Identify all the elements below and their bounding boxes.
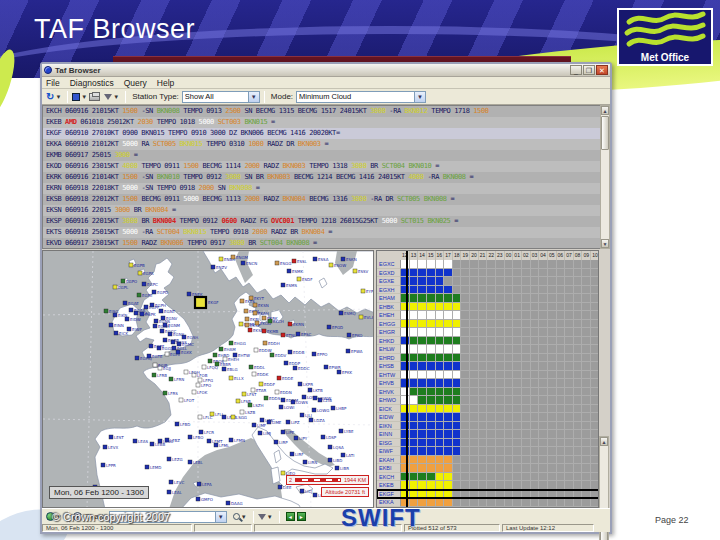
grid-cell[interactable] <box>539 498 548 507</box>
station-marker-EIWF[interactable] <box>127 327 131 331</box>
taf-line[interactable]: EKMB 060917 25015 3000 = <box>43 150 600 161</box>
grid-cell[interactable] <box>461 354 470 363</box>
grid-cell[interactable] <box>410 379 419 388</box>
grid-cell[interactable] <box>410 303 419 312</box>
grid-cell[interactable] <box>453 405 462 414</box>
grid-row-code[interactable]: EHVK <box>377 388 401 397</box>
grid-cell[interactable] <box>418 422 427 431</box>
scroll-thumb[interactable] <box>601 116 609 150</box>
grid-cell[interactable] <box>410 396 419 405</box>
grid-cell[interactable] <box>531 439 540 448</box>
station-marker-EGJB[interactable] <box>153 363 157 367</box>
grid-cell[interactable] <box>522 294 531 303</box>
grid-cell[interactable] <box>591 388 599 397</box>
grid-cell[interactable] <box>513 379 522 388</box>
grid-cell[interactable] <box>470 320 479 329</box>
taf-line[interactable]: EKKA 060910 21012KT 5000 RA SCT005 BKN01… <box>43 139 600 150</box>
grid-cell[interactable] <box>548 439 557 448</box>
grid-row-EKGF[interactable]: EKGF <box>377 490 599 499</box>
station-marker-EGPO[interactable] <box>121 279 125 283</box>
grid-cell[interactable] <box>557 490 566 499</box>
grid-cell[interactable] <box>505 354 514 363</box>
station-marker-EKCH[interactable] <box>268 319 272 323</box>
station-marker-EDDK[interactable] <box>252 372 256 376</box>
grid-cell[interactable] <box>574 379 583 388</box>
station-marker-EDDL[interactable] <box>249 365 253 369</box>
station-marker-EGHQ[interactable] <box>135 356 139 360</box>
grid-cell[interactable] <box>582 473 591 482</box>
grid-cell[interactable] <box>410 328 419 337</box>
grid-cell[interactable] <box>522 269 531 278</box>
grid-cell[interactable] <box>470 464 479 473</box>
station-marker-EGAA[interactable] <box>129 308 133 312</box>
grid-cell[interactable] <box>427 371 436 380</box>
grid-row-EHWO[interactable]: EHWO <box>377 396 599 405</box>
grid-cell[interactable] <box>487 464 496 473</box>
grid-cell[interactable] <box>453 481 462 490</box>
station-marker-LZIB[interactable] <box>318 398 322 402</box>
station-marker-EGHI[interactable] <box>165 352 169 356</box>
grid-cell[interactable] <box>531 337 540 346</box>
grid-cell[interactable] <box>522 430 531 439</box>
grid-cell[interactable] <box>557 320 566 329</box>
grid-cell[interactable] <box>548 405 557 414</box>
grid-cell[interactable] <box>557 260 566 269</box>
grid-cell[interactable] <box>505 260 514 269</box>
station-marker-LSGG[interactable] <box>231 415 235 419</box>
grid-cell[interactable] <box>522 277 531 286</box>
grid-cell[interactable] <box>505 379 514 388</box>
grid-cell[interactable] <box>487 396 496 405</box>
grid-cell[interactable] <box>582 405 591 414</box>
grid-cell[interactable] <box>453 269 462 278</box>
grid-cell[interactable] <box>470 345 479 354</box>
grid-cell[interactable] <box>557 430 566 439</box>
station-marker-EKMB[interactable] <box>262 329 266 333</box>
grid-cell[interactable] <box>487 362 496 371</box>
grid-cell[interactable] <box>522 422 531 431</box>
grid-cell[interactable] <box>496 490 505 499</box>
grid-cell[interactable] <box>557 303 566 312</box>
grid-cell[interactable] <box>513 498 522 507</box>
grid-cell[interactable] <box>574 286 583 295</box>
grid-cell[interactable] <box>479 260 488 269</box>
grid-cell[interactable] <box>479 328 488 337</box>
station-marker-EPWR[interactable] <box>324 365 328 369</box>
grid-cell[interactable] <box>436 286 445 295</box>
grid-cell[interactable] <box>539 320 548 329</box>
grid-cell[interactable] <box>427 413 436 422</box>
grid-cell[interactable] <box>427 490 436 499</box>
grid-cell[interactable] <box>479 354 488 363</box>
grid-cell[interactable] <box>557 277 566 286</box>
grid-cell[interactable] <box>548 456 557 465</box>
station-marker-EGCC[interactable] <box>160 329 164 333</box>
grid-cell[interactable] <box>522 286 531 295</box>
grid-cell[interactable] <box>461 371 470 380</box>
grid-cell[interactable] <box>522 456 531 465</box>
station-marker-ENGM[interactable] <box>231 255 235 259</box>
grid-cell[interactable] <box>496 371 505 380</box>
grid-cell[interactable] <box>539 490 548 499</box>
grid-cell[interactable] <box>591 354 599 363</box>
grid-row-code[interactable]: EKAH <box>377 456 401 465</box>
grid-cell[interactable] <box>513 430 522 439</box>
grid-cell[interactable] <box>496 498 505 507</box>
grid-cell[interactable] <box>531 430 540 439</box>
grid-cell[interactable] <box>427 439 436 448</box>
grid-cell[interactable] <box>505 430 514 439</box>
window-titlebar[interactable]: Taf Browser _ ❐ ✕ <box>42 64 610 77</box>
grid-cell[interactable] <box>582 371 591 380</box>
grid-row-EIWF[interactable]: EIWF <box>377 447 599 456</box>
grid-cell[interactable] <box>582 396 591 405</box>
grid-cell[interactable] <box>574 464 583 473</box>
station-marker-EGNX[interactable] <box>168 332 172 336</box>
grid-cell[interactable] <box>591 260 599 269</box>
station-marker-LDZA[interactable] <box>309 418 313 422</box>
grid-cell[interactable] <box>410 413 419 422</box>
grid-cell[interactable] <box>410 473 419 482</box>
grid-cell[interactable] <box>548 320 557 329</box>
grid-cell[interactable] <box>479 447 488 456</box>
taf-scrollbar[interactable]: ▲ ▼ <box>600 105 610 249</box>
grid-cell[interactable] <box>557 337 566 346</box>
grid-cell[interactable] <box>427 303 436 312</box>
grid-cell[interactable] <box>557 481 566 490</box>
